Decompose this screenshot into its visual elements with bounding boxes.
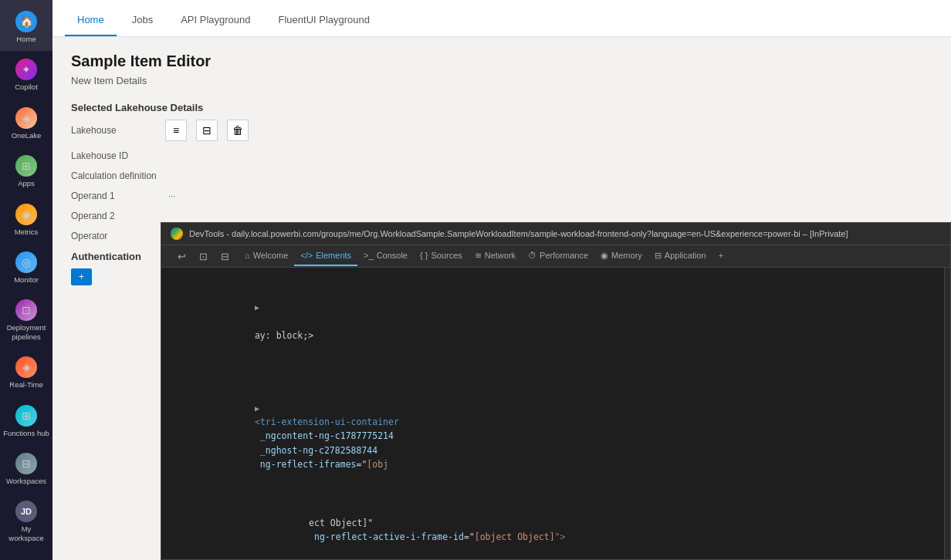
section-selected-lakehouse: Selected Lakehouse Details — [71, 102, 932, 113]
devtools-tab-memory[interactable]: ◉ Memory — [594, 246, 648, 267]
devtools-titlebar: DevTools - daily.local.powerbi.com/group… — [161, 223, 950, 245]
sidebar-item-realtime[interactable]: ◈ Real-Time — [0, 349, 52, 396]
apps-icon: ⊞ — [15, 155, 37, 177]
metrics-icon: ◉ — [15, 204, 37, 225]
sidebar-item-metrics[interactable]: ◉ Metrics — [0, 196, 52, 244]
page-title: Sample Item Editor — [71, 52, 932, 70]
devtools-title: DevTools - daily.local.powerbi.com/group… — [189, 229, 941, 238]
sidebar-item-label-realtime: Real-Time — [9, 380, 42, 389]
devtools-tab-sources[interactable]: { } Sources — [414, 246, 469, 266]
devtools-tabs-bar: ↩ ⊡ ⊟ ⌂ Welcome </> Elements >_ Console — [161, 245, 950, 268]
devtools-inspect-btn[interactable]: ⊡ — [194, 247, 212, 265]
sidebar: 🏠 Home ✦ Copilot ◈ OneLake ⊞ Apps ◉ Metr… — [0, 0, 52, 560]
sidebar-item-loading: ↻ Loading... — [0, 550, 52, 560]
performance-icon: ⏱ — [528, 251, 536, 260]
sidebar-item-label-home: Home — [16, 35, 36, 43]
expand-arrow-1[interactable]: ▶ — [255, 303, 259, 312]
auth-button[interactable]: + — [71, 268, 92, 285]
plus-icon: + — [79, 272, 84, 282]
calculation-row: Calculation definition — [71, 170, 932, 181]
home-icon: 🏠 — [15, 11, 37, 32]
sidebar-item-apps[interactable]: ⊞ Apps — [0, 147, 52, 195]
tab-jobs[interactable]: Jobs — [120, 5, 165, 36]
sidebar-item-workspaces[interactable]: ⊟ Workspaces — [0, 445, 52, 493]
expand-arrow-2[interactable]: ▶ — [255, 404, 259, 413]
devtools-device-btn[interactable]: ⊟ — [215, 247, 234, 265]
devtools-tab-application[interactable]: ⊟ Application — [648, 246, 712, 267]
sidebar-item-myworkspace[interactable]: JD My workspace — [0, 493, 52, 550]
lakehouse-icon-btn3[interactable]: 🗑 — [227, 120, 249, 141]
performance-label: Performance — [540, 251, 588, 260]
functions-icon: ⊞ — [15, 405, 37, 427]
sources-icon: { } — [420, 251, 428, 260]
tab-api-playground[interactable]: API Playground — [168, 5, 262, 36]
workspaces-icon: ⊟ — [15, 453, 37, 474]
onelake-icon: ◈ — [15, 107, 37, 129]
lakehouse-icon-btn1[interactable]: ≡ — [165, 120, 187, 141]
tab-home[interactable]: Home — [65, 5, 117, 36]
page-content: Sample Item Editor New Item Details Sele… — [52, 37, 951, 560]
sidebar-item-label-copilot: Copilot — [15, 83, 38, 91]
network-icon: ≋ — [475, 251, 482, 261]
code-line-2: ▶ <tri-extension-ui-container _ngcontent… — [161, 372, 944, 501]
lakehouse-icon-btn2[interactable]: ⊟ — [196, 120, 218, 141]
application-label: Application — [665, 251, 706, 260]
lakehouse-id-label: Lakehouse ID — [71, 150, 156, 161]
operand2-row: Operand 2 — [71, 211, 932, 221]
copilot-icon: ✦ — [15, 59, 37, 80]
sidebar-item-functions[interactable]: ⊞ Functions hub — [0, 397, 52, 445]
code-line-2b: ect Object]" ng-reflect-active-i-frame-i… — [198, 501, 944, 559]
sidebar-item-label-functions: Functions hub — [3, 429, 49, 437]
devtools-tab-performance[interactable]: ⏱ Performance — [522, 246, 594, 266]
sidebar-item-deployment[interactable]: ⊡ Deployment pipelines — [0, 292, 52, 349]
sidebar-item-label-onelake: OneLake — [12, 131, 42, 140]
lakehouse-label: Lakehouse — [71, 125, 156, 136]
main-area: Home Jobs API Playground FluentUI Playgr… — [52, 0, 951, 560]
top-navigation: Home Jobs API Playground FluentUI Playgr… — [52, 0, 951, 37]
sidebar-item-label-deployment: Deployment pipelines — [3, 323, 49, 341]
more-icon: + — [719, 251, 723, 260]
devtools-tab-more[interactable]: + — [712, 246, 729, 266]
elements-label: Elements — [316, 251, 351, 260]
code-line-1: ▶ ay: block;> — [161, 271, 944, 372]
sidebar-item-onelake[interactable]: ◈ OneLake — [0, 100, 52, 147]
devtools-window: DevTools - daily.local.powerbi.com/group… — [161, 222, 951, 560]
sidebar-item-label-workspaces: Workspaces — [6, 477, 46, 485]
devtools-tab-elements[interactable]: </> Elements — [294, 246, 357, 266]
sidebar-item-monitor[interactable]: ◎ Monitor — [0, 244, 52, 292]
calculation-label: Calculation definition — [71, 170, 157, 181]
memory-icon: ◉ — [601, 251, 608, 261]
network-label: Network — [485, 251, 516, 260]
sources-label: Sources — [431, 251, 462, 260]
devtools-tab-console[interactable]: >_ Console — [357, 246, 414, 266]
operator-label: Operator — [71, 231, 156, 241]
tab-fluentui-playground[interactable]: FluentUI Playground — [266, 5, 383, 36]
sidebar-item-copilot[interactable]: ✦ Copilot — [0, 51, 52, 99]
application-icon: ⊟ — [655, 251, 662, 261]
devtools-tab-network[interactable]: ≋ Network — [469, 246, 522, 267]
operand1-label: Operand 1 — [71, 191, 156, 201]
devtools-scrollbar[interactable] — [944, 268, 950, 559]
sidebar-item-home[interactable]: 🏠 Home — [0, 0, 52, 51]
operand1-row: Operand 1 ··· — [71, 191, 932, 201]
devtools-code-panel[interactable]: ▶ ay: block;> ▶ <tri-extension-ui-contai… — [161, 268, 944, 559]
sidebar-item-label-monitor: Monitor — [14, 275, 39, 284]
lakehouse-row: Lakehouse ≡ ⊟ 🗑 — [71, 120, 932, 141]
devtools-browser-icon — [171, 228, 183, 240]
realtime-icon: ◈ — [15, 356, 37, 378]
sidebar-item-label-metrics: Metrics — [15, 228, 39, 236]
sidebar-item-label-myworkspace: My workspace — [3, 525, 49, 542]
console-label: Console — [377, 251, 408, 260]
operand2-label: Operand 2 — [71, 211, 156, 221]
lakehouse-id-row: Lakehouse ID — [71, 150, 932, 161]
deployment-icon: ⊡ — [15, 299, 37, 321]
memory-label: Memory — [611, 251, 642, 260]
myworkspace-avatar: JD — [15, 501, 37, 522]
console-icon: >_ — [364, 251, 374, 260]
page-subtitle: New Item Details — [71, 75, 932, 86]
devtools-back-btn[interactable]: ↩ — [172, 247, 191, 265]
devtools-tab-welcome[interactable]: ⌂ Welcome — [239, 246, 294, 266]
welcome-icon: ⌂ — [245, 251, 250, 260]
elements-icon: </> — [300, 251, 313, 260]
welcome-label: Welcome — [253, 251, 289, 260]
